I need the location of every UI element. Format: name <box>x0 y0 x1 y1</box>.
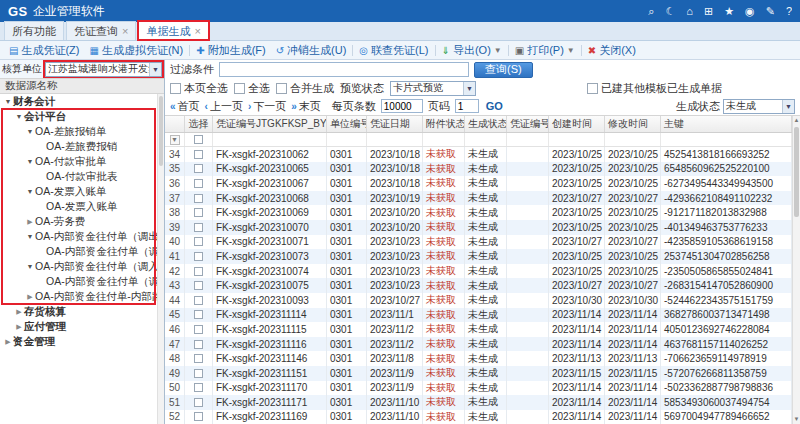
column-header[interactable]: 创建时间 <box>549 116 605 132</box>
filter-input[interactable] <box>219 62 469 77</box>
user-icon[interactable]: ◉ <box>745 5 755 18</box>
tree-item[interactable]: ▶OA-内部资金往付单-内部路径 <box>0 289 164 304</box>
last-page-button[interactable]: » 末页 <box>291 99 321 114</box>
row-checkbox[interactable] <box>194 252 203 261</box>
table-row[interactable]: 41FK-xsgkf-20231007303012023/10/23未获取未生成… <box>165 249 792 264</box>
table-row[interactable]: 49FK-xsgkf-20231115103012023/11/9未获取未生成2… <box>165 366 792 381</box>
print-button[interactable]: ▣打印(P)▼ <box>510 43 580 58</box>
select-all-checkbox[interactable] <box>234 83 245 94</box>
tab-1[interactable]: 凭证查询× <box>66 21 136 40</box>
tree-item[interactable]: ▼OA-付款审批单 <box>0 154 164 169</box>
link-voucher-button[interactable]: ◎联查凭证(L) <box>354 43 433 58</box>
row-checkbox[interactable] <box>194 223 203 232</box>
table-scrollbar[interactable]: ▲ ▼ <box>792 116 800 424</box>
other-template-option[interactable]: 已建其他模板已生成单据 <box>587 81 722 96</box>
export-button[interactable]: ⇓导出(O)▼ <box>437 43 507 58</box>
tree-expanded-icon[interactable]: ▼ <box>25 233 35 240</box>
row-checkbox[interactable] <box>194 310 203 319</box>
tab-close-icon[interactable]: × <box>122 26 128 37</box>
column-header[interactable]: 修改时间 <box>605 116 661 132</box>
help-icon[interactable]: ? <box>786 5 792 17</box>
row-checkbox[interactable] <box>194 194 203 203</box>
column-header[interactable]: 凭证日期 <box>367 116 423 132</box>
table-row[interactable]: 45FK-xsgkf-20231111403012023/11/1未获取未生成2… <box>165 308 792 323</box>
tree-expanded-icon[interactable]: ▼ <box>3 98 13 105</box>
tree-expanded-icon[interactable]: ▼ <box>14 113 24 120</box>
reverse-generate-button[interactable]: ↺冲销生成(U) <box>271 43 352 58</box>
theme-icon[interactable]: ☾ <box>665 5 675 18</box>
sidebar-scrollbar[interactable] <box>157 94 164 424</box>
row-checkbox[interactable] <box>194 412 203 421</box>
tree-collapsed-icon[interactable]: ▶ <box>25 293 35 301</box>
table-row[interactable]: 52FK-xsgkf-20231116903012023/11/10未获取未生成… <box>165 410 792 424</box>
page-size-input[interactable] <box>381 99 423 113</box>
row-checkbox[interactable] <box>194 340 203 349</box>
tab-2[interactable]: 单据生成× <box>138 21 208 40</box>
tree-item[interactable]: OA-差旅费报销 <box>0 139 164 154</box>
chevron-down-icon[interactable]: ▼ <box>463 82 475 95</box>
tree-collapsed-icon[interactable]: ▶ <box>14 308 24 316</box>
tree-collapsed-icon[interactable]: ▶ <box>14 323 24 331</box>
next-page-button[interactable]: › 下一页 <box>248 99 286 114</box>
append-generate-button[interactable]: ✚附加生成(F) <box>191 43 270 58</box>
row-checkbox[interactable] <box>194 179 203 188</box>
tree-item[interactable]: OA-发票入账单 <box>0 199 164 214</box>
tree-expanded-icon[interactable]: ▼ <box>25 158 35 165</box>
row-checkbox[interactable] <box>194 208 203 217</box>
search-icon[interactable]: ⌕ <box>648 5 654 18</box>
table-row[interactable]: 40FK-xsgkf-20231007103012023/10/23未获取未生成… <box>165 235 792 250</box>
tab-close-icon[interactable]: × <box>194 26 200 37</box>
table-row[interactable]: 43FK-xsgkf-20231007503012023/10/23未获取未生成… <box>165 278 792 293</box>
close-button[interactable]: ✖关闭(X) <box>583 43 641 58</box>
row-checkbox[interactable] <box>194 150 203 159</box>
select-page-option[interactable]: 本页全选 <box>170 81 228 96</box>
other-template-checkbox[interactable] <box>587 83 598 94</box>
apps-icon[interactable]: ⊞ <box>704 5 713 18</box>
tree-item[interactable]: ▶应付管理 <box>0 319 164 334</box>
table-row[interactable]: 46FK-xsgkf-20231111503012023/11/2未获取未生成2… <box>165 322 792 337</box>
table-row[interactable]: 48FK-xsgkf-20231114603012023/11/8未获取未生成2… <box>165 351 792 366</box>
edit-icon[interactable]: ✎ <box>766 5 775 18</box>
table-row[interactable]: 47FK-xsgkf-20231111603012023/11/2未获取未生成2… <box>165 337 792 352</box>
row-checkbox[interactable] <box>194 398 203 407</box>
row-checkbox[interactable] <box>194 281 203 290</box>
table-row[interactable]: 37FK-xsgkf-20231006803012023/10/19未获取未生成… <box>165 191 792 206</box>
column-header[interactable]: 凭证编号JTGKFKSP_BYS <box>213 116 327 132</box>
filter-select-checkbox[interactable] <box>194 135 203 144</box>
generate-voucher-button[interactable]: ▤生成凭证(Z) <box>4 43 85 58</box>
favorites-icon[interactable]: ★ <box>724 5 734 18</box>
column-header[interactable]: 主键 <box>661 116 792 132</box>
table-row[interactable]: 36FK-xsgkf-20231006703012023/10/18未获取未生成… <box>165 176 792 191</box>
merge-generate-checkbox[interactable] <box>276 83 287 94</box>
scroll-up-icon[interactable]: ▲ <box>793 116 800 125</box>
column-header[interactable]: 生成状态 <box>465 116 507 132</box>
row-checkbox[interactable] <box>194 369 203 378</box>
tree-item[interactable]: ▼财务会计 <box>0 94 164 109</box>
chevron-down-icon[interactable]: ▼ <box>149 63 161 76</box>
row-checkbox[interactable] <box>194 267 203 276</box>
row-checkbox[interactable] <box>194 164 203 173</box>
table-row[interactable]: 38FK-xsgkf-20231006903012023/10/20未获取未生成… <box>165 205 792 220</box>
table-scrollbar-thumb[interactable] <box>794 127 799 217</box>
first-page-button[interactable]: « 首页 <box>170 99 200 114</box>
prev-page-button[interactable]: ‹ 上一页 <box>205 99 243 114</box>
generate-virtual-voucher-button[interactable]: ▦生成虚拟凭证(N) <box>85 43 189 58</box>
tree-expanded-icon[interactable]: ▼ <box>25 188 35 195</box>
tree-item[interactable]: ▼OA-发票入账单 <box>0 184 164 199</box>
scroll-down-icon[interactable]: ▼ <box>793 415 800 424</box>
tree-item[interactable]: ▶OA-劳务费 <box>0 214 164 229</box>
column-header[interactable]: 凭证编号 <box>507 116 549 132</box>
table-row[interactable]: 35FK-xsgkf-20231006503012023/10/18未获取未生成… <box>165 162 792 177</box>
generate-status-select[interactable]: 未生成 ▼ <box>723 99 795 114</box>
chevron-down-icon[interactable]: ▼ <box>782 100 794 113</box>
tree-item[interactable]: ▶资金管理 <box>0 334 164 349</box>
select-page-checkbox[interactable] <box>170 83 181 94</box>
table-row[interactable]: 34FK-xsgkf-20231006203012023/10/18未获取未生成… <box>165 147 792 162</box>
row-checkbox[interactable] <box>194 296 203 305</box>
table-row[interactable]: 44FK-xsgkf-20231009303012023/10/27未获取未生成… <box>165 293 792 308</box>
tree-item[interactable]: ▼OA-内部资金往付单（调出） <box>0 229 164 244</box>
filter-funnel-icon[interactable]: ▼ <box>170 135 180 145</box>
preview-status-select[interactable]: 卡片式预览 ▼ <box>390 81 476 96</box>
page-number-input[interactable] <box>455 99 479 113</box>
sidebar-scrollbar-thumb[interactable] <box>159 96 163 166</box>
